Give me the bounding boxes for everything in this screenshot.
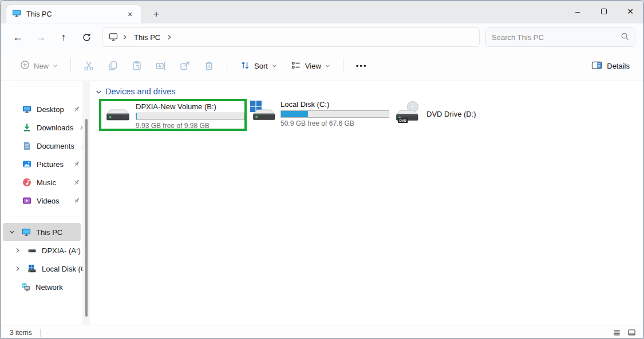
drive-free-space: 9.93 GB free of 9.98 GB xyxy=(136,122,244,130)
sidebar-item-music[interactable]: Music xyxy=(3,173,81,192)
group-header-label: Devices and drives xyxy=(105,87,176,96)
sidebar-item-videos[interactable]: Videos xyxy=(3,192,81,210)
sidebar-item-drive-c[interactable]: Local Disk (C:) xyxy=(3,260,81,278)
chevron-down-icon[interactable] xyxy=(7,230,17,234)
new-tab-button[interactable]: + xyxy=(148,7,164,21)
system-hard-drive-icon xyxy=(248,100,276,126)
cut-icon[interactable] xyxy=(78,56,100,75)
sidebar-scrollbar-thumb[interactable] xyxy=(85,119,88,317)
toolbar-divider xyxy=(227,58,227,73)
new-button[interactable]: New xyxy=(14,57,64,75)
chevron-right-icon[interactable] xyxy=(13,248,22,253)
more-icon[interactable]: ••• xyxy=(350,58,373,74)
chevron-down-icon xyxy=(325,64,330,68)
tree-list: This PC DPXIA- (A:) xyxy=(1,223,90,296)
this-pc-outline-icon xyxy=(109,32,118,43)
address-bar[interactable]: This PC xyxy=(102,27,480,47)
delete-icon[interactable] xyxy=(198,56,220,75)
files-view: Devices and drives DPXIA-New Volume (B:)… xyxy=(90,81,643,325)
sidebar-item-drive-a[interactable]: DPXIA- (A:) xyxy=(3,241,81,260)
sidebar-divider xyxy=(10,217,81,217)
tab-close-icon[interactable]: ✕ xyxy=(124,9,136,20)
refresh-button[interactable] xyxy=(75,27,98,47)
rename-icon[interactable] xyxy=(150,56,172,75)
tab-bar: This PC ✕ + – ✕ xyxy=(1,1,643,23)
chevron-down-icon xyxy=(53,64,58,68)
minimize-icon[interactable]: – xyxy=(564,1,591,22)
sidebar-divider xyxy=(10,86,81,86)
up-button[interactable]: ↑ xyxy=(52,27,75,47)
network-icon xyxy=(21,282,30,292)
sidebar-item-documents[interactable]: Documents xyxy=(3,137,81,155)
navigation-bar: ← → ↑ This PC xyxy=(1,23,643,51)
view-button[interactable]: View xyxy=(285,57,336,75)
command-toolbar: New Sort xyxy=(1,51,643,81)
music-icon xyxy=(22,178,31,187)
share-icon[interactable] xyxy=(174,56,196,75)
desktop-icon xyxy=(22,105,31,114)
toolbar-divider xyxy=(70,58,71,73)
downloads-icon xyxy=(22,123,31,132)
sidebar-item-this-pc[interactable]: This PC xyxy=(3,223,81,241)
sort-button[interactable]: Sort xyxy=(234,57,283,75)
chevron-right-icon[interactable] xyxy=(13,266,22,272)
details-pane-icon xyxy=(591,60,602,72)
paste-icon[interactable] xyxy=(126,56,148,75)
system-drive-icon xyxy=(27,264,37,273)
drive-usage-bar xyxy=(136,113,244,120)
drive-tile-local-disk-c[interactable]: Local Disk (C:) 50.9 GB free of 67.6 GB xyxy=(248,100,389,127)
hard-drive-icon xyxy=(105,102,131,126)
this-pc-icon xyxy=(12,9,21,20)
navigation-pane: Desktop Downloads xyxy=(1,81,90,325)
removable-drive-icon xyxy=(27,246,37,255)
tab-this-pc[interactable]: This PC ✕ xyxy=(6,5,141,23)
close-icon[interactable]: ✕ xyxy=(617,1,643,22)
chevron-down-icon xyxy=(272,64,277,68)
videos-icon xyxy=(22,196,31,205)
chevron-right-icon xyxy=(123,34,127,40)
forward-button[interactable]: → xyxy=(29,27,52,47)
drive-tile-dvd-d[interactable]: DVD DVD Drive (D:) xyxy=(394,100,476,127)
sidebar-scrollbar-track[interactable] xyxy=(82,81,90,325)
chevron-down-icon[interactable] xyxy=(96,87,102,96)
details-button[interactable]: Details xyxy=(586,57,635,75)
thumbnail-view-icon[interactable] xyxy=(625,327,638,338)
chevron-right-icon[interactable] xyxy=(167,34,172,40)
pictures-icon xyxy=(22,159,31,169)
sidebar-item-pictures[interactable]: Pictures xyxy=(3,155,81,173)
new-item-icon xyxy=(20,60,30,71)
search-box xyxy=(485,27,635,47)
tab-title: This PC xyxy=(26,10,119,18)
drive-tile-dpxia-new-volume-b[interactable]: DPXIA-New Volume (B:) 9.93 GB free of 9.… xyxy=(105,102,244,130)
window-controls: – ✕ xyxy=(564,1,643,23)
pinned-list: Desktop Downloads xyxy=(1,100,90,210)
pin-icon xyxy=(73,197,81,205)
drive-name: DVD Drive (D:) xyxy=(426,110,476,118)
sidebar-item-desktop[interactable]: Desktop xyxy=(3,100,81,118)
search-icon[interactable] xyxy=(621,32,629,43)
list-view-icon[interactable] xyxy=(610,327,623,338)
item-count: 3 items xyxy=(10,329,32,337)
group-header-devices-and-drives: Devices and drives xyxy=(96,87,176,96)
dvd-drive-icon: DVD xyxy=(394,101,422,127)
drive-free-space: 50.9 GB free of 67.6 GB xyxy=(280,119,389,127)
sort-icon xyxy=(240,60,250,72)
pin-icon xyxy=(73,178,81,186)
drive-usage-bar xyxy=(280,110,389,118)
back-button[interactable]: ← xyxy=(6,27,29,47)
sidebar-item-network[interactable]: Network xyxy=(3,278,81,296)
documents-icon xyxy=(22,141,31,150)
pin-icon xyxy=(73,160,81,168)
copy-icon[interactable] xyxy=(102,56,124,75)
main-area: Desktop Downloads xyxy=(1,81,643,325)
pin-icon xyxy=(73,105,81,113)
search-input[interactable] xyxy=(492,33,621,42)
toolbar-divider xyxy=(343,58,343,73)
maximize-icon[interactable] xyxy=(591,1,617,22)
this-pc-icon xyxy=(22,228,31,237)
drive-name: Local Disk (C:) xyxy=(280,100,389,109)
breadcrumb-this-pc[interactable]: This PC xyxy=(132,32,163,43)
file-explorer-window: This PC ✕ + – ✕ ← → ↑ This PC xyxy=(0,0,644,339)
view-icon xyxy=(291,60,301,72)
sidebar-item-downloads[interactable]: Downloads xyxy=(3,118,81,137)
